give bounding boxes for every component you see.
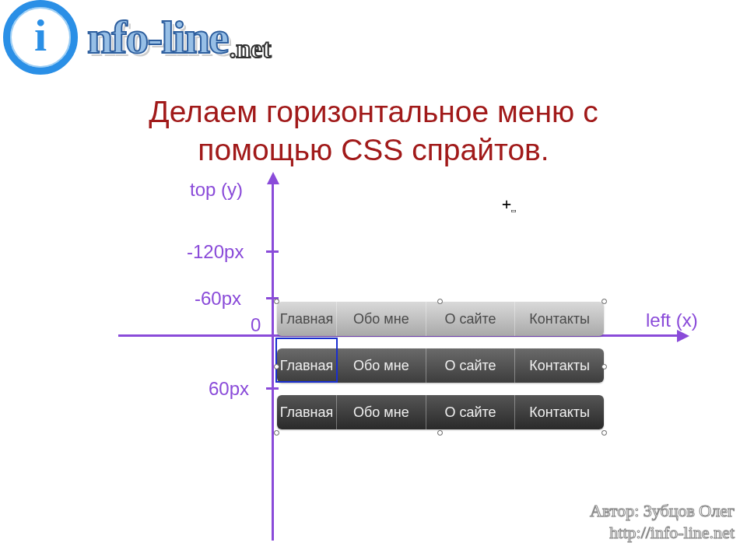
y-axis-line xyxy=(272,183,274,541)
page-title: Делаем горизонтальное меню с помощью CSS… xyxy=(0,93,747,170)
credits-author: Автор: Зубцов Олег xyxy=(590,500,735,523)
y-tick-label-m120: -120px xyxy=(187,241,244,263)
resize-handle-icon[interactable] xyxy=(274,430,279,436)
menu-item: Контакты xyxy=(515,348,604,383)
menu-item: Обо мне xyxy=(337,302,426,336)
credits: Автор: Зубцов Олег http://info-line.net xyxy=(590,500,735,544)
logo-badge: i xyxy=(3,0,78,75)
menu-item: Обо мне xyxy=(337,395,426,429)
logo-letter: i xyxy=(34,13,47,58)
crosshair-cursor-icon: +▭ xyxy=(502,199,516,209)
resize-handle-icon[interactable] xyxy=(601,430,607,436)
resize-handle-icon[interactable] xyxy=(274,299,279,304)
x-axis-label: left (x) xyxy=(646,310,698,331)
x-axis-arrow-icon xyxy=(677,330,689,342)
y-tick-label-60: 60px xyxy=(209,378,249,400)
title-line-2: помощью CSS спрайтов. xyxy=(198,133,549,166)
selection-highlight xyxy=(275,338,338,383)
sprite-row-active: Главная Обо мне О сайте Контакты xyxy=(277,395,604,429)
y-axis-label: top (y) xyxy=(190,179,243,201)
resize-handle-icon[interactable] xyxy=(437,299,443,304)
y-tick xyxy=(266,250,279,253)
y-axis-arrow-icon xyxy=(267,172,279,184)
menu-item: О сайте xyxy=(426,348,516,383)
resize-handle-icon[interactable] xyxy=(437,430,443,436)
resize-handle-icon[interactable] xyxy=(601,364,607,369)
sprite-row-normal: Главная Обо мне О сайте Контакты xyxy=(277,302,604,336)
menu-item: Главная xyxy=(277,302,337,336)
title-line-1: Делаем горизонтальное меню с xyxy=(149,95,598,128)
menu-item: О сайте xyxy=(426,302,516,336)
resize-handle-icon[interactable] xyxy=(601,299,607,304)
menu-item: О сайте xyxy=(426,395,516,429)
site-logo: i nfo-line .net xyxy=(3,0,272,75)
menu-item: Обо мне xyxy=(337,348,426,383)
coordinate-axes: top (y) left (x) -120px -60px 0 60px xyxy=(0,0,747,560)
resize-handle-icon[interactable] xyxy=(274,364,279,369)
logo-tld: .net xyxy=(230,34,272,75)
menu-item: Контакты xyxy=(515,395,604,429)
menu-item: Контакты xyxy=(515,302,604,336)
origin-label: 0 xyxy=(251,314,261,336)
y-tick-label-m60: -60px xyxy=(195,288,241,310)
menu-item: Главная xyxy=(277,395,337,429)
credits-url: http://info-line.net xyxy=(590,522,735,544)
logo-word: nfo-line xyxy=(87,11,228,65)
